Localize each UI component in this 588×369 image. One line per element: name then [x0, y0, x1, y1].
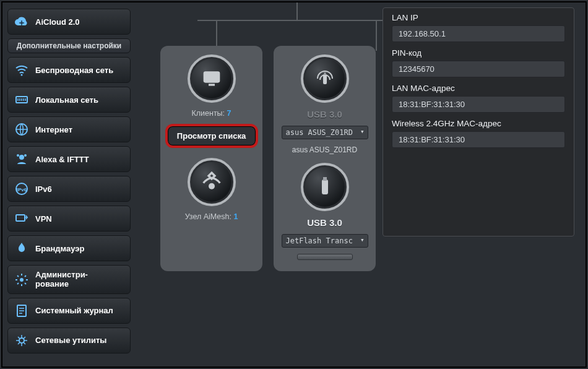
clients-count-line: Клиенты: 7	[191, 109, 231, 118]
sidebar-item-label: Локальная сеть	[35, 95, 98, 105]
usb-device-select-top[interactable]: asus ASUS_Z01RD	[282, 126, 368, 139]
gear-icon	[14, 272, 29, 287]
sidebar-section-header: Дополнительные настройки	[7, 38, 131, 53]
vpn-icon	[14, 211, 29, 226]
sidebar-item-vpn[interactable]: VPN	[7, 206, 131, 232]
clients-card: Клиенты: 7 Просмотр списка Узел AiMesh: …	[160, 46, 262, 271]
scrollbar-hint[interactable]	[297, 254, 353, 260]
sidebar-item-label: Системный журнал	[35, 306, 113, 315]
info-value: 18:31:BF:31:31:30	[392, 96, 565, 113]
sidebar-item-label: AiCloud 2.0	[35, 17, 80, 27]
ethernet-icon	[14, 92, 29, 107]
tree-connector	[296, 2, 298, 20]
svg-rect-19	[323, 177, 327, 181]
usb30-label-bottom: USB 3.0	[307, 217, 342, 228]
sidebar-item-label: Сетевые утилиты	[35, 336, 106, 345]
info-row-wifimac: Wireless 2.4GHz MAC-адрес 18:31:BF:31:31…	[383, 114, 574, 149]
info-row-lanip: LAN IP 192.168.50.1	[383, 8, 574, 43]
tools-icon	[14, 333, 29, 348]
sidebar-item-label: Беспроводная сеть	[35, 66, 113, 75]
usb30-label-top: USB 3.0	[307, 109, 342, 119]
sidebar-item-alexa[interactable]: Alexa & IFTTT	[7, 146, 131, 172]
info-value: 18:31:BF:31:31:30	[392, 131, 565, 148]
usb-drive-icon	[301, 163, 349, 211]
usb-card: USB 3.0 asus ASUS_Z01RD asus ASUS_Z01RD …	[274, 46, 376, 271]
firewall-icon	[14, 241, 29, 256]
svg-point-10	[20, 278, 24, 282]
sidebar-item-ipv6[interactable]: IPv6 IPv6	[7, 176, 131, 202]
usb-device-text: asus ASUS_Z01RD	[292, 145, 357, 154]
info-label: PIN-код	[392, 48, 565, 58]
aimesh-icon	[188, 158, 236, 206]
globe-icon	[14, 122, 29, 137]
svg-point-4	[19, 155, 24, 160]
sidebar-item-label: Администри- рование	[35, 271, 88, 289]
sidebar-item-label: Интернет	[35, 125, 72, 134]
info-label: LAN IP	[392, 13, 565, 22]
sidebar-item-aicloud[interactable]: AiCloud 2.0	[7, 9, 131, 35]
sidebar-item-label: Брандмауэр	[35, 244, 84, 253]
info-panel: LAN IP 192.168.50.1 PIN-код 12345670 LAN…	[383, 7, 574, 237]
sidebar-item-firewall[interactable]: Брандмауэр	[7, 235, 131, 261]
sidebar-item-admin[interactable]: Администри- рование	[7, 265, 131, 294]
sidebar-item-lan[interactable]: Локальная сеть	[7, 87, 131, 113]
cloud-icon	[14, 14, 29, 29]
usb-device-select-bottom[interactable]: JetFlash Transc	[282, 234, 368, 248]
info-row-lanmac: LAN MAC-адрес 18:31:BF:31:31:30	[383, 79, 574, 114]
sidebar-item-internet[interactable]: Интернет	[7, 116, 131, 142]
svg-rect-16	[323, 74, 327, 84]
svg-point-15	[209, 183, 215, 189]
svg-rect-17	[324, 72, 326, 75]
sidebar-item-nettools[interactable]: Сетевые утилиты	[7, 328, 131, 354]
svg-point-1	[21, 74, 23, 76]
svg-point-6	[24, 154, 27, 157]
info-row-pin: PIN-код 12345670	[383, 43, 574, 79]
info-label: LAN MAC-адрес	[392, 84, 565, 93]
alexa-icon	[14, 152, 29, 167]
svg-rect-9	[16, 215, 25, 221]
sidebar-item-label: Alexa & IFTTT	[35, 155, 89, 164]
svg-point-5	[17, 154, 19, 157]
info-value: 192.168.50.1	[392, 25, 565, 42]
sidebar-item-wireless[interactable]: Беспроводная сеть	[7, 57, 131, 83]
view-list-button[interactable]: Просмотр списка	[165, 124, 258, 148]
svg-point-0	[20, 22, 23, 24]
aimesh-count-line: Узел AiMesh: 1	[185, 212, 238, 221]
sidebar-item-syslog[interactable]: Системный журнал	[7, 298, 131, 324]
svg-rect-14	[209, 84, 215, 85]
sidebar: AiCloud 2.0 Дополнительные настройки Бес…	[2, 2, 136, 367]
sidebar-item-label: IPv6	[35, 184, 52, 194]
log-icon	[14, 303, 29, 318]
wifi-icon	[14, 63, 29, 77]
info-value: 12345670	[392, 61, 565, 77]
tree-connector	[197, 20, 396, 45]
ipv6-icon: IPv6	[14, 181, 29, 196]
usb-wifi-icon	[301, 54, 349, 103]
main-area: Клиенты: 7 Просмотр списка Узел AiMesh: …	[136, 2, 586, 367]
monitor-icon	[188, 54, 236, 103]
sidebar-item-label: VPN	[35, 214, 52, 224]
svg-rect-13	[203, 71, 220, 82]
svg-point-12	[19, 338, 24, 343]
info-label: Wireless 2.4GHz MAC-адрес	[392, 119, 565, 128]
svg-text:IPv6: IPv6	[17, 187, 27, 193]
svg-rect-18	[322, 180, 328, 194]
